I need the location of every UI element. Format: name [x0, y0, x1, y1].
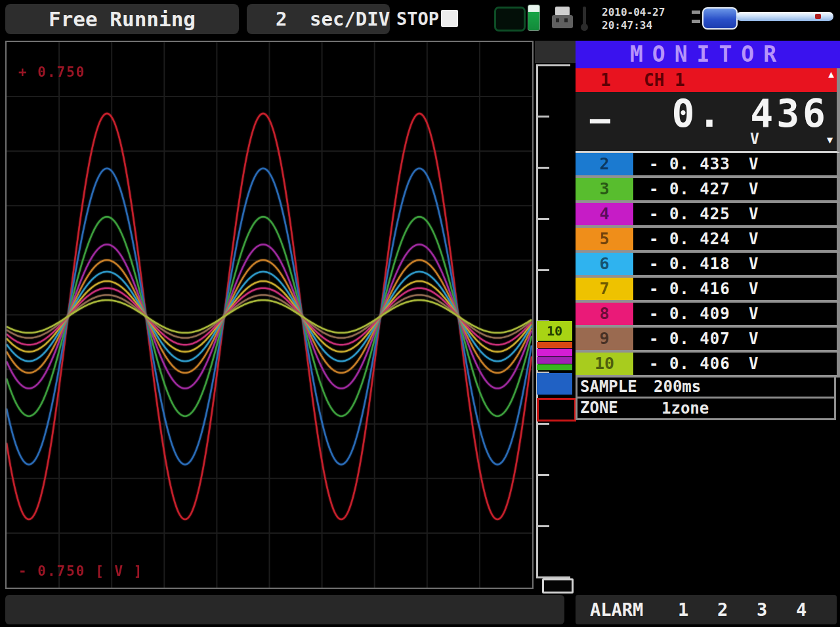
scale-tick — [536, 167, 549, 169]
memory-gauge-prong — [692, 20, 700, 23]
mode-indicator[interactable]: Free Running — [5, 4, 239, 34]
channel-swatch: 6 — [576, 253, 633, 275]
selected-channel-name: CH 1 — [644, 68, 685, 92]
channel-swatch: 3 — [576, 178, 633, 200]
memory-gauge-prong — [692, 11, 700, 14]
datetime-display: 2010-04-27 20:47:34 — [602, 6, 665, 32]
channel-row-6[interactable]: 6- 0. 418V — [576, 253, 840, 278]
channel-unit: V — [749, 253, 758, 275]
selected-channel-index: 1 — [600, 68, 611, 92]
scale-marker-ch2[interactable] — [537, 373, 572, 395]
scale-tick — [536, 525, 549, 527]
channel-row-3[interactable]: 3- 0. 427V — [576, 178, 840, 203]
channel-row-5[interactable]: 5- 0. 424V — [576, 228, 840, 253]
channel-row-7[interactable]: 7- 0. 416V — [576, 278, 840, 303]
channel-unit: V — [749, 203, 758, 225]
memory-gauge-mark — [815, 14, 821, 19]
channel-swatch: 9 — [576, 328, 633, 350]
channel-unit: V — [749, 153, 758, 175]
alarm-indicator-3: 3 — [757, 595, 767, 624]
scale-marker-strip-green[interactable] — [537, 364, 572, 370]
channel-row-4[interactable]: 4- 0. 425V — [576, 203, 840, 228]
timebase-value: 2 — [276, 4, 287, 34]
channel-swatch: 10 — [576, 353, 633, 375]
timebase-indicator[interactable]: 2 sec/DIV — [247, 4, 390, 34]
thermometer-bulb-icon — [581, 24, 588, 31]
waveform-canvas — [7, 42, 532, 588]
scale-tick — [536, 116, 549, 118]
scale-tick — [536, 64, 570, 66]
scale-tick — [536, 218, 549, 220]
battery-icon — [528, 5, 540, 31]
channel-row-2[interactable]: 2- 0. 433V — [576, 153, 840, 178]
scale-tick — [536, 474, 549, 476]
channel-unit: V — [749, 353, 758, 375]
alarm-indicator-1: 1 — [678, 595, 688, 624]
scale-marker-ch10[interactable]: 10 — [537, 321, 572, 341]
scroll-down-icon[interactable]: ▼ — [827, 135, 833, 145]
y-min-label: - 0.750 [ V ] — [18, 563, 143, 579]
channel-value: - 0. 425 — [649, 203, 730, 225]
scale-marker-strip-purple[interactable] — [537, 357, 572, 364]
timebase-unit: sec/DIV — [310, 4, 390, 34]
zone-row[interactable]: ZONE 1zone — [576, 399, 836, 420]
channel-value: - 0. 416 — [649, 278, 730, 300]
channel-value: - 0. 427 — [649, 178, 730, 200]
monitor-title[interactable]: MONITOR — [576, 41, 840, 68]
amplitude-scale-column: 10 — [535, 41, 576, 589]
sample-value: 200ms — [654, 378, 701, 397]
channel-unit: V — [749, 328, 758, 350]
channel-swatch: 7 — [576, 278, 633, 300]
stop-label: STOP — [396, 4, 439, 34]
value-sign: − — [589, 101, 612, 139]
scale-tick — [536, 423, 549, 425]
alarm-indicator-4: 4 — [796, 595, 807, 624]
value-digits: 0. 436 — [671, 95, 829, 133]
usb-pin-icon — [556, 18, 559, 22]
scroll-up-icon[interactable]: ▲ — [828, 70, 834, 79]
zone-value: 1zone — [662, 399, 709, 418]
usb-device-icon-body — [552, 15, 573, 28]
scale-end-box[interactable] — [542, 578, 574, 594]
bottom-status-bar — [5, 595, 564, 624]
logger-device-screen: Free Running 2 sec/DIV STOP 2010-04-27 2… — [0, 0, 840, 627]
channel-unit: V — [749, 178, 758, 200]
sample-label: SAMPLE — [580, 378, 637, 397]
stop-icon[interactable] — [441, 10, 458, 27]
scale-marker-ch1[interactable] — [537, 398, 576, 422]
alarm-indicator-2: 2 — [717, 595, 728, 624]
date-text: 2010-04-27 — [602, 6, 665, 19]
sample-rate-row[interactable]: SAMPLE 200ms — [576, 378, 836, 399]
channel-swatch: 4 — [576, 203, 633, 225]
value-unit: V — [750, 130, 759, 147]
scale-tick — [536, 269, 549, 271]
alarm-bar: ALARM 1 2 3 4 — [576, 595, 837, 624]
channel-row-9[interactable]: 9- 0. 407V — [576, 328, 840, 353]
channel-swatch: 2 — [576, 153, 633, 175]
selected-value-display: − 0. 436 V ▼ — [576, 92, 840, 153]
scale-marker-strip-orange[interactable] — [537, 342, 572, 348]
channel-value: - 0. 424 — [649, 228, 730, 250]
channel-row-8[interactable]: 8- 0. 409V — [576, 303, 840, 328]
channel-list: 2- 0. 433V3- 0. 427V4- 0. 425V5- 0. 424V… — [576, 153, 840, 378]
thermometer-icon — [583, 7, 586, 25]
usb-device-icon — [555, 7, 570, 16]
time-text: 20:47:34 — [602, 19, 665, 32]
waveform-plot: + 0.750 - 0.750 [ V ] — [5, 41, 534, 589]
channel-unit: V — [749, 303, 758, 325]
zone-label: ZONE — [580, 399, 618, 418]
channel-value: - 0. 418 — [649, 253, 730, 275]
channel-value: - 0. 406 — [649, 353, 730, 375]
scale-marker-strip-magenta[interactable] — [537, 349, 572, 356]
usb-pin-icon — [564, 18, 568, 22]
channel-swatch: 5 — [576, 228, 633, 250]
channel-row-10[interactable]: 10- 0. 406V — [576, 353, 840, 378]
scale-top-box — [535, 41, 576, 63]
alarm-label: ALARM — [590, 595, 643, 624]
channel-swatch: 8 — [576, 303, 633, 325]
channel-unit: V — [749, 228, 758, 250]
selected-channel-row[interactable]: 1 CH 1 ▲ — [576, 68, 840, 92]
channel-unit: V — [749, 278, 758, 300]
display-status-icon — [494, 7, 526, 32]
y-max-label: + 0.750 — [18, 64, 86, 80]
